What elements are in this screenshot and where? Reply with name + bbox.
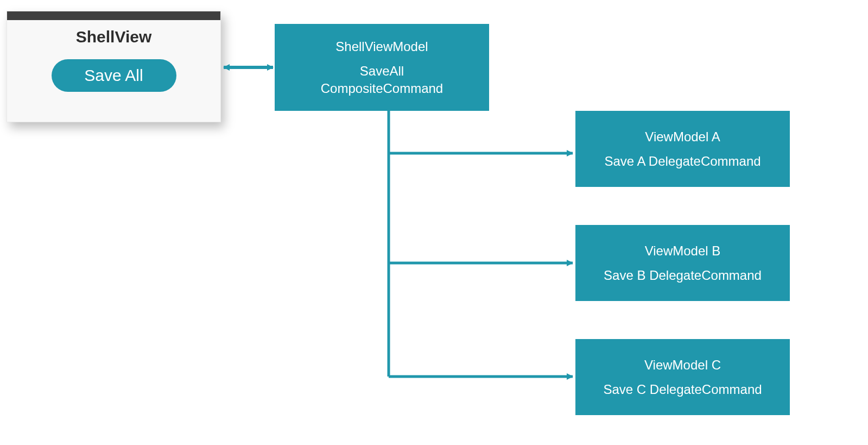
view-model-a-command: Save A DelegateCommand — [604, 153, 761, 170]
view-model-b-title: ViewModel B — [645, 242, 721, 259]
shell-view-model-cmd-line2: CompositeCommand — [321, 81, 443, 96]
view-model-b-command: Save B DelegateCommand — [604, 267, 762, 284]
shellview-title: ShellView — [7, 28, 220, 46]
view-model-c-box: ViewModel C Save C DelegateCommand — [575, 339, 790, 415]
view-model-b-box: ViewModel B Save B DelegateCommand — [575, 225, 790, 301]
view-model-a-box: ViewModel A Save A DelegateCommand — [575, 111, 790, 187]
shell-view-model-title: ShellViewModel — [335, 38, 428, 55]
shellview-window: ShellView Save All — [7, 11, 221, 122]
view-model-c-command: Save C DelegateCommand — [603, 381, 762, 398]
shell-view-model-cmd-line1: SaveAll — [360, 64, 404, 78]
shell-view-model-box: ShellViewModel SaveAll CompositeCommand — [275, 24, 489, 111]
window-titlebar — [7, 11, 220, 20]
view-model-a-title: ViewModel A — [645, 128, 720, 145]
view-model-c-title: ViewModel C — [644, 356, 721, 373]
save-all-button[interactable]: Save All — [52, 59, 176, 92]
